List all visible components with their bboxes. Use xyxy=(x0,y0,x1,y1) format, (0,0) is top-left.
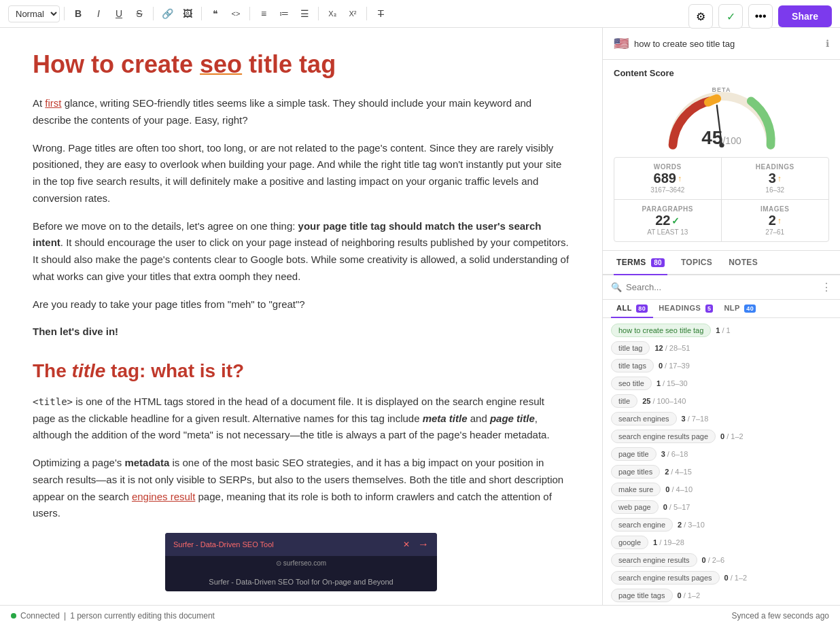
term-chip[interactable]: how to create seo title tag xyxy=(611,324,711,337)
headings-arrow-icon: ↑ xyxy=(777,174,782,184)
tab-terms[interactable]: TERMS 80 xyxy=(614,251,667,275)
paragraph-6: <title> is one of the HTML tags stored i… xyxy=(33,394,570,444)
terms-list: how to create seo title tag 1 / 1 title … xyxy=(603,318,840,605)
format-select[interactable]: Normal xyxy=(8,5,60,22)
search-icon: 🔍 xyxy=(611,282,622,292)
filter-icon[interactable]: ⋮ xyxy=(821,281,832,294)
more-options-button[interactable]: ••• xyxy=(748,4,773,29)
score-display: 45/100 xyxy=(701,127,741,149)
engines-result-link[interactable]: engines result xyxy=(132,491,195,502)
align-button[interactable]: ≡ xyxy=(254,4,273,23)
browser-url: ⊙ surferseo.com xyxy=(276,559,326,567)
subscript-button[interactable]: X₂ xyxy=(323,4,342,23)
term-range: 1–2 xyxy=(731,432,743,440)
term-chip[interactable]: title xyxy=(611,394,637,408)
sub-tab-headings[interactable]: HEADINGS 5 xyxy=(653,300,718,318)
terms-search-bar: 🔍 ⋮ xyxy=(603,275,840,300)
image-button[interactable]: 🖼 xyxy=(178,4,197,23)
panel-tabs: TERMS 80 TOPICS NOTES xyxy=(603,251,840,275)
clear-format-button[interactable]: T̶ xyxy=(371,4,390,23)
term-count: 0 xyxy=(720,432,724,440)
underline-button[interactable]: U xyxy=(109,4,128,23)
close-tab-icon: ✕ xyxy=(403,540,410,549)
term-chip[interactable]: web page xyxy=(611,500,659,514)
settings-button[interactable]: ⚙ xyxy=(688,4,713,29)
paragraph-5: Then let's dive in! xyxy=(33,324,570,341)
term-slash: / xyxy=(652,397,654,405)
code-tag: <title> xyxy=(33,396,73,407)
term-range: 1 xyxy=(727,326,731,334)
term-count: 25 xyxy=(642,397,650,405)
tab-topics[interactable]: TOPICS xyxy=(678,251,715,275)
editing-text: 1 person currently editing this document xyxy=(70,611,215,621)
check-button[interactable]: ✓ xyxy=(718,4,743,29)
strikethrough-button[interactable]: S xyxy=(130,4,149,23)
words-arrow-icon: ↑ xyxy=(678,174,682,184)
term-chip[interactable]: search engine results pages xyxy=(611,571,720,585)
title-seo-word: seo xyxy=(200,50,242,78)
term-chip[interactable]: seo title xyxy=(611,377,652,390)
term-chip[interactable]: page title tags xyxy=(611,589,673,602)
term-slash: / xyxy=(708,556,710,564)
term-range: 6–18 xyxy=(671,450,688,458)
tab-notes[interactable]: NOTES xyxy=(726,251,760,275)
list-item: page title 3 / 6–18 xyxy=(611,447,832,461)
term-chip[interactable]: search engine xyxy=(611,518,673,532)
term-chip[interactable]: page titles xyxy=(611,465,660,479)
term-chip[interactable]: search engines xyxy=(611,412,677,425)
term-range: 4–15 xyxy=(675,468,691,476)
blockquote-button[interactable]: ❝ xyxy=(206,4,225,23)
first-link[interactable]: first xyxy=(45,97,61,109)
term-chip[interactable]: title tags xyxy=(611,359,654,372)
term-chip[interactable]: page title xyxy=(611,447,657,461)
sub-tab-nlp[interactable]: NLP 40 xyxy=(718,300,761,318)
bold-button[interactable]: B xyxy=(69,4,88,23)
paragraphs-check-icon: ✓ xyxy=(671,215,680,226)
right-panel: 🇺🇸 how to create seo title tag ℹ Content… xyxy=(602,28,840,605)
term-chip[interactable]: google xyxy=(611,536,648,549)
toolbar-separator-1 xyxy=(64,7,65,20)
images-stat: IMAGES 2 ↑ 27–61 xyxy=(722,200,829,241)
term-slash: / xyxy=(667,450,669,458)
italic-button[interactable]: I xyxy=(89,4,108,23)
page-title-bold: page title xyxy=(490,413,535,424)
list-item: seo title 1 / 15–30 xyxy=(611,377,832,390)
country-flag: 🇺🇸 xyxy=(614,36,629,51)
right-toolbar: ⚙ ✓ ••• Share xyxy=(680,0,840,33)
code-button[interactable]: <> xyxy=(226,4,245,23)
term-slash: / xyxy=(731,574,733,582)
term-slash: / xyxy=(722,326,724,334)
bold-phrase: your page title tag should match the use… xyxy=(33,220,541,249)
list-item: title 25 / 100–140 xyxy=(611,394,832,408)
arrow-icon: → xyxy=(418,538,429,551)
share-button[interactable]: Share xyxy=(778,5,832,27)
paragraphs-label: PARAGRAPHS xyxy=(623,205,713,213)
superscript-button[interactable]: X² xyxy=(343,4,362,23)
gear-icon: ⚙ xyxy=(696,10,705,23)
term-chip[interactable]: make sure xyxy=(611,483,661,496)
list-item: title tag 12 / 28–51 xyxy=(611,341,832,355)
term-chip[interactable]: search engine results page xyxy=(611,430,716,443)
unordered-list-button[interactable]: ☰ xyxy=(295,4,314,23)
images-label: IMAGES xyxy=(730,205,821,213)
link-button[interactable]: 🔗 xyxy=(158,4,177,23)
ellipsis-icon: ••• xyxy=(755,10,767,22)
info-icon[interactable]: ℹ xyxy=(826,38,829,49)
main-layout: How to create seo title tag At first gla… xyxy=(0,28,840,605)
title-part2: title tag xyxy=(242,50,336,78)
term-chip[interactable]: search engine results xyxy=(611,553,697,567)
search-input[interactable] xyxy=(626,282,817,292)
paragraph-7: Optimizing a page's metadata is one of t… xyxy=(33,455,570,522)
sub-tab-all[interactable]: ALL 80 xyxy=(611,300,653,318)
article-image: Surfer - Data-Driven SEO Tool ✕ → ⊙ surf… xyxy=(165,533,437,591)
editor-area[interactable]: How to create seo title tag At first gla… xyxy=(0,28,602,605)
paragraphs-range: AT LEAST 13 xyxy=(623,228,713,236)
term-chip[interactable]: title tag xyxy=(611,341,650,355)
paragraph-2: Wrong. Page titles are often too short, … xyxy=(33,140,570,207)
term-count: 2 xyxy=(665,468,669,476)
meta-title-bold: meta title xyxy=(423,413,468,424)
term-range: 7–18 xyxy=(692,415,708,423)
section-title: The title tag: what is it? xyxy=(33,360,570,383)
image-browser-bar: Surfer - Data-Driven SEO Tool ✕ → xyxy=(165,533,437,556)
ordered-list-button[interactable]: ≔ xyxy=(275,4,294,23)
